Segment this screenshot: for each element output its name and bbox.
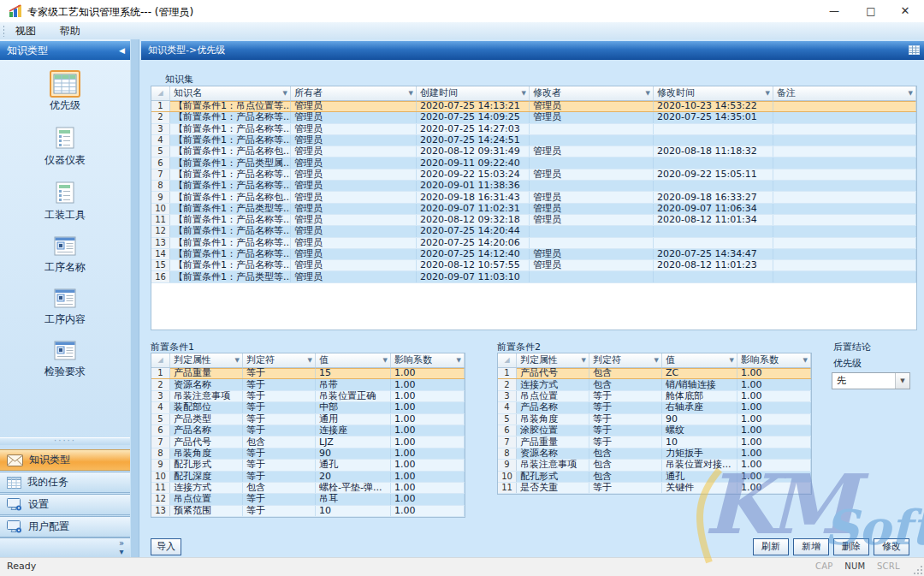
- table-row[interactable]: 4装配部位等于中部1.00: [151, 402, 465, 413]
- column-header[interactable]: 所有者▼: [291, 86, 417, 100]
- table-row[interactable]: 9配孔形式等于通孔1.00: [151, 460, 465, 471]
- import-button[interactable]: 导入: [151, 538, 181, 555]
- row-number[interactable]: 5: [151, 414, 170, 425]
- add-button[interactable]: 新增: [793, 538, 829, 555]
- table-row[interactable]: 10【前置条件1：产品类型等...管理员2020-09-07 11:02:31管…: [151, 204, 916, 215]
- table-row[interactable]: 1【前置条件1：吊点位置等...管理员2020-07-25 14:13:21管理…: [151, 101, 916, 112]
- panel-splitter[interactable]: [130, 39, 139, 558]
- filter-icon[interactable]: ▼: [803, 357, 808, 365]
- table-row[interactable]: 14【前置条件1：产品名称等...管理员2020-07-25 14:12:40管…: [151, 249, 916, 260]
- row-number[interactable]: 5: [151, 146, 170, 157]
- priority-select[interactable]: 先 ▼: [832, 372, 910, 389]
- select-all-corner[interactable]: ◢: [151, 86, 170, 100]
- menu-item-view[interactable]: 视图: [10, 22, 41, 40]
- modify-button[interactable]: 修改: [874, 538, 909, 555]
- table-row[interactable]: 10配孔深度等于201.00: [151, 472, 465, 483]
- row-number[interactable]: 14: [151, 249, 170, 259]
- table-row[interactable]: 10配孔形式包含通孔1.00: [498, 472, 811, 483]
- table-row[interactable]: 5产品类型等于通用1.00: [151, 414, 465, 425]
- row-number[interactable]: 9: [151, 192, 170, 202]
- column-header[interactable]: 影响系数▼: [737, 353, 811, 367]
- table-row[interactable]: 13【前置条件1：产品名称等...管理员2020-07-25 14:20:06: [151, 238, 916, 249]
- table-row[interactable]: 1产品代号包含ZC1.00: [498, 368, 811, 379]
- select-all-corner[interactable]: ◢: [498, 353, 517, 367]
- sidebar-item-process-content[interactable]: 工序内容: [0, 285, 130, 327]
- select-all-corner[interactable]: ◢: [151, 353, 170, 367]
- filter-icon[interactable]: ▼: [383, 357, 388, 365]
- table-row[interactable]: 13预紧范围等于101.00: [151, 506, 465, 517]
- resize-grip[interactable]: [912, 564, 922, 574]
- sidebar-splitter[interactable]: ·····: [0, 437, 130, 445]
- row-number[interactable]: 2: [151, 379, 170, 389]
- row-number[interactable]: 4: [498, 402, 517, 413]
- table-row[interactable]: 12吊点位置等于吊耳1.00: [151, 494, 465, 505]
- table-row[interactable]: 8吊装角度等于901.00: [151, 448, 465, 460]
- overflow-chevron-icon[interactable]: » ▾: [119, 539, 124, 556]
- row-number[interactable]: 13: [151, 238, 170, 248]
- column-header[interactable]: 值▼: [662, 353, 737, 367]
- table-row[interactable]: 11连接方式包含螺栓-平垫-弹...1.00: [151, 483, 465, 494]
- column-header[interactable]: 修改者▼: [530, 86, 654, 100]
- table-row[interactable]: 4【前置条件1：产品名称等...管理员2020-07-25 14:24:51: [151, 135, 916, 146]
- row-number[interactable]: 7: [151, 169, 170, 180]
- table-row[interactable]: 6【前置条件1：产品类型属...管理员2020-09-11 09:22:40: [151, 157, 916, 169]
- table-row[interactable]: 3吊点位置等于舱体底部1.00: [498, 391, 811, 402]
- row-number[interactable]: 1: [151, 101, 170, 111]
- nav-item-knowledge-type[interactable]: 知识类型: [0, 449, 130, 471]
- table-row[interactable]: 3【前置条件1：产品名称等...管理员2020-07-25 14:27:03: [151, 124, 916, 135]
- filter-icon[interactable]: ▼: [730, 357, 734, 365]
- menu-item-help[interactable]: 帮助: [55, 22, 86, 40]
- row-number[interactable]: 6: [151, 425, 170, 436]
- table-row[interactable]: 7【前置条件1：产品名称等...管理员2020-09-22 15:03:24管理…: [151, 169, 916, 181]
- maximize-button[interactable]: □: [855, 0, 887, 22]
- filter-icon[interactable]: ▼: [457, 357, 461, 365]
- sidebar-item-tooling[interactable]: 工装工具: [0, 178, 130, 223]
- row-number[interactable]: 8: [151, 181, 170, 191]
- table-row[interactable]: 9【前置条件1：产品名称包...管理员2020-09-18 16:31:43管理…: [151, 192, 916, 203]
- column-header[interactable]: 知识名▼: [170, 86, 291, 100]
- row-number[interactable]: 6: [498, 425, 517, 436]
- row-number[interactable]: 6: [151, 157, 170, 168]
- sidebar-item-process-name[interactable]: 工序名称: [0, 233, 130, 275]
- column-header[interactable]: 修改时间▼: [654, 86, 773, 100]
- filter-icon[interactable]: ▼: [766, 90, 770, 98]
- sidebar-item-priority[interactable]: 优先级: [0, 70, 130, 113]
- row-number[interactable]: 1: [151, 368, 170, 378]
- column-header[interactable]: 判定符▼: [589, 353, 662, 367]
- row-number[interactable]: 3: [498, 391, 517, 401]
- nav-item-settings[interactable]: 设置: [0, 494, 130, 515]
- table-row[interactable]: 12【前置条件1：产品名称等...管理员2020-07-25 14:20:44: [151, 226, 916, 237]
- column-header[interactable]: 判定符▼: [243, 353, 316, 367]
- table-row[interactable]: 11【前置条件1：产品名称等...管理员2020-08-12 09:32:18管…: [151, 215, 916, 226]
- row-number[interactable]: 15: [151, 260, 170, 270]
- filter-icon[interactable]: ▼: [646, 90, 650, 98]
- column-header[interactable]: 判定属性▼: [517, 353, 589, 367]
- row-number[interactable]: 5: [498, 414, 517, 425]
- table-row[interactable]: 5【前置条件1：产品名称包...管理员2020-08-12 09:31:49管理…: [151, 146, 916, 157]
- nav-item-my-tasks[interactable]: 我的任务: [0, 472, 130, 493]
- row-number[interactable]: 7: [151, 436, 170, 447]
- refresh-button[interactable]: 刷新: [753, 538, 789, 555]
- row-number[interactable]: 4: [151, 135, 170, 145]
- table-row[interactable]: 2资源名称等于吊带1.00: [151, 379, 465, 390]
- column-header[interactable]: 创建时间▼: [417, 86, 530, 100]
- filter-icon[interactable]: ▼: [582, 357, 586, 365]
- delete-button[interactable]: 删除: [833, 538, 869, 555]
- column-header[interactable]: 备注▼: [773, 86, 916, 100]
- filter-icon[interactable]: ▼: [283, 90, 287, 98]
- filter-icon[interactable]: ▼: [909, 90, 913, 98]
- table-row[interactable]: 5吊装角度等于901.00: [498, 414, 811, 425]
- row-number[interactable]: 12: [151, 226, 170, 236]
- table-row[interactable]: 11是否关重等于关键件1.00: [498, 483, 811, 494]
- row-number[interactable]: 8: [151, 448, 170, 459]
- row-number[interactable]: 11: [151, 215, 170, 225]
- table-row[interactable]: 4产品名称等于右轴承座1.00: [498, 402, 811, 413]
- column-header[interactable]: 判定属性▼: [170, 353, 243, 367]
- table-row[interactable]: 16【前置条件1：产品类型等...管理员2020-09-07 11:03:10: [151, 271, 916, 282]
- filter-icon[interactable]: ▼: [522, 90, 526, 98]
- collapse-sidebar-icon[interactable]: ◀: [119, 41, 125, 60]
- row-number[interactable]: 2: [151, 112, 170, 122]
- sidebar-item-inspection[interactable]: 检验要求: [0, 337, 130, 379]
- table-row[interactable]: 2【前置条件1：产品名称等...管理员2020-07-25 14:09:25管理…: [151, 112, 916, 123]
- row-number[interactable]: 10: [151, 472, 170, 482]
